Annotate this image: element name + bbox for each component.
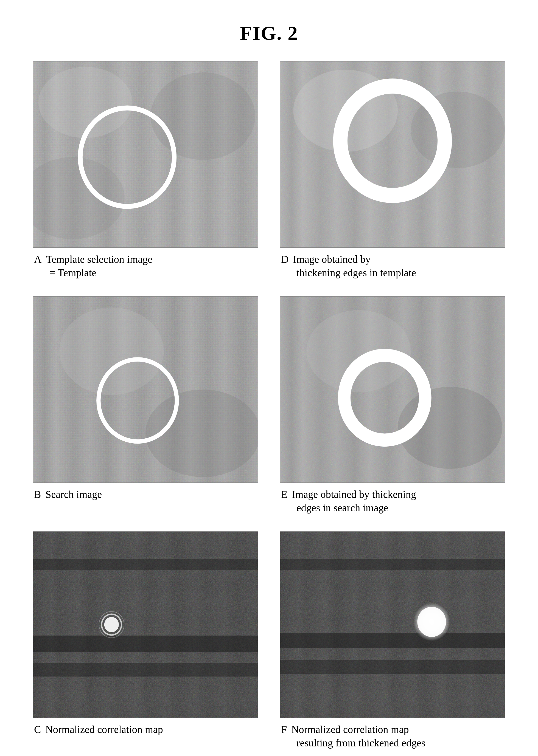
panel-f-caption: FNormalized correlation map resulting fr… bbox=[280, 723, 425, 750]
panel-b-image bbox=[33, 296, 258, 483]
figure-grid: ATemplate selection image = Template DIm… bbox=[0, 61, 538, 750]
panel-f: FNormalized correlation map resulting fr… bbox=[280, 531, 505, 750]
figure-title: FIG. 2 bbox=[0, 0, 538, 61]
svg-rect-25 bbox=[280, 633, 505, 648]
panel-b: BSearch image bbox=[33, 296, 258, 515]
svg-rect-27 bbox=[280, 559, 505, 570]
panel-d-caption: DImage obtained by thickening edges in t… bbox=[280, 253, 416, 280]
panel-e-image bbox=[280, 296, 505, 483]
panel-e-caption: EImage obtained by thickening edges in s… bbox=[280, 488, 416, 515]
panel-f-image bbox=[280, 531, 505, 718]
svg-point-21 bbox=[104, 617, 119, 632]
panel-c: CNormalized correlation map bbox=[33, 531, 258, 750]
svg-point-10 bbox=[59, 307, 164, 395]
svg-rect-20 bbox=[33, 559, 258, 570]
panel-a-image bbox=[33, 61, 258, 248]
svg-rect-26 bbox=[280, 660, 505, 674]
svg-point-1 bbox=[38, 67, 132, 138]
svg-point-29 bbox=[417, 607, 446, 637]
panel-a-caption: ATemplate selection image = Template bbox=[33, 253, 152, 280]
panel-b-caption: BSearch image bbox=[33, 488, 102, 501]
svg-rect-18 bbox=[33, 635, 258, 652]
svg-point-2 bbox=[151, 72, 255, 160]
panel-d-image bbox=[280, 61, 505, 248]
panel-c-caption: CNormalized correlation map bbox=[33, 723, 163, 736]
panel-d: DImage obtained by thickening edges in t… bbox=[280, 61, 505, 280]
panel-c-image bbox=[33, 531, 258, 718]
panel-a: ATemplate selection image = Template bbox=[33, 61, 258, 280]
svg-rect-19 bbox=[33, 663, 258, 677]
panel-e: EImage obtained by thickening edges in s… bbox=[280, 296, 505, 515]
